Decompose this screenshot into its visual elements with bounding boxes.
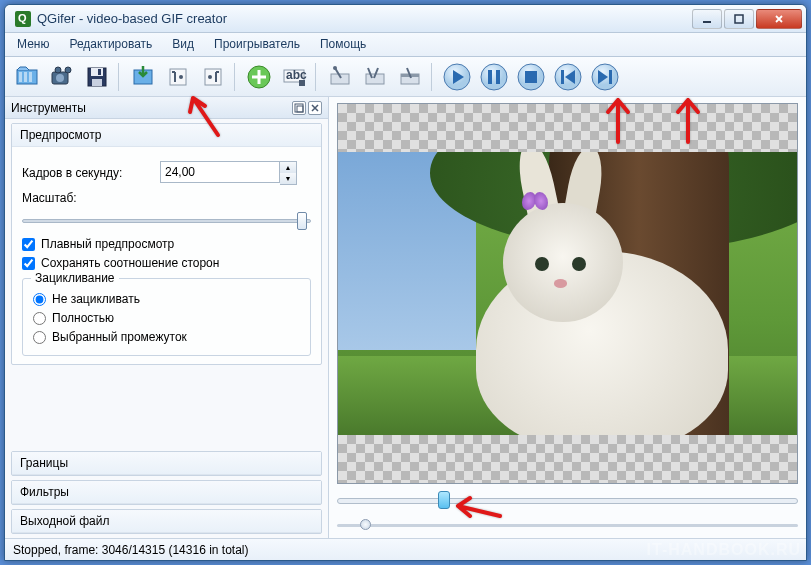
import-button[interactable] [127, 61, 159, 93]
timeline-sliders [337, 490, 798, 534]
fps-label: Кадров в секунду: [22, 166, 152, 180]
smooth-preview-label: Плавный предпросмотр [41, 237, 174, 251]
svg-rect-30 [488, 70, 492, 84]
toolbar: abc [5, 57, 806, 97]
open-project-button[interactable] [11, 61, 43, 93]
panel-float-button[interactable] [292, 101, 306, 115]
menu-item-menu[interactable]: Меню [7, 33, 59, 56]
svg-point-7 [56, 74, 64, 82]
menubar: Меню Редактировать Вид Проигрыватель Пом… [5, 33, 806, 57]
scale-slider[interactable] [22, 211, 311, 231]
loop-range-radio[interactable] [33, 331, 46, 344]
toolbar-sep [431, 63, 435, 91]
svg-rect-0 [703, 21, 711, 23]
output-section: Выходной файл [11, 509, 322, 534]
bounds-section: Границы [11, 451, 322, 476]
svg-point-24 [333, 66, 337, 70]
panel-header: Инструменты [5, 97, 328, 119]
save-button[interactable] [81, 61, 113, 93]
svg-point-29 [481, 64, 507, 90]
loop-full-radio[interactable] [33, 312, 46, 325]
loop-group: Зацикливание Не зацикливать Полностью Вы… [22, 278, 311, 356]
menu-item-view[interactable]: Вид [162, 33, 204, 56]
svg-rect-1 [735, 15, 743, 23]
svg-rect-11 [91, 68, 103, 76]
letterbox-top [338, 104, 797, 152]
loop-none-radio[interactable] [33, 293, 46, 306]
play-button[interactable] [440, 60, 474, 94]
svg-rect-3 [19, 72, 22, 82]
svg-text:abc: abc [286, 68, 307, 82]
keep-aspect-label: Сохранять соотношение сторон [41, 256, 219, 270]
set-start-button[interactable] [162, 61, 194, 93]
preview-section: Предпросмотр Кадров в секунду: ▲▼ Масшта… [11, 123, 322, 365]
output-section-head[interactable]: Выходной файл [12, 510, 321, 533]
bounds-section-head[interactable]: Границы [12, 452, 321, 475]
video-panel [329, 97, 806, 538]
tools-panel: Инструменты Предпросмотр Кадров в секунд… [5, 97, 329, 538]
toolbar-sep [315, 63, 319, 91]
window-controls [692, 9, 802, 29]
toolbar-sep [118, 63, 122, 91]
range-thumb [438, 491, 450, 509]
tool3-button[interactable] [394, 61, 426, 93]
svg-rect-37 [609, 70, 612, 84]
loop-range-label: Выбранный промежуток [52, 330, 187, 344]
filters-section-head[interactable]: Фильтры [12, 481, 321, 504]
menu-item-help[interactable]: Помощь [310, 33, 376, 56]
scale-label: Масштаб: [22, 191, 77, 205]
menu-item-player[interactable]: Проигрыватель [204, 33, 310, 56]
titlebar: QGifer - video-based GIF creator [5, 5, 806, 33]
svg-rect-5 [29, 72, 32, 82]
content-area: Инструменты Предпросмотр Кадров в секунд… [5, 97, 806, 538]
loop-full-label: Полностью [52, 311, 114, 325]
svg-rect-35 [561, 70, 564, 84]
svg-rect-12 [92, 79, 102, 86]
set-end-button[interactable] [197, 61, 229, 93]
loop-group-title: Зацикливание [31, 271, 119, 285]
svg-point-8 [65, 67, 71, 73]
svg-rect-22 [299, 80, 305, 86]
next-frame-button[interactable] [588, 60, 622, 94]
fps-down-button[interactable]: ▼ [280, 173, 296, 184]
minimize-button[interactable] [692, 9, 722, 29]
toolbar-sep [234, 63, 238, 91]
svg-rect-33 [525, 71, 537, 83]
svg-point-18 [208, 75, 212, 79]
video-frame [338, 152, 797, 435]
menu-item-edit[interactable]: Редактировать [59, 33, 162, 56]
close-button[interactable] [756, 9, 802, 29]
add-text-button[interactable]: abc [278, 61, 310, 93]
prev-frame-button[interactable] [551, 60, 585, 94]
svg-point-16 [179, 75, 183, 79]
app-icon [15, 11, 31, 27]
smooth-preview-checkbox[interactable] [22, 238, 35, 251]
tool2-button[interactable] [359, 61, 391, 93]
svg-rect-4 [24, 72, 27, 82]
butterfly-icon [522, 192, 550, 214]
maximize-button[interactable] [724, 9, 754, 29]
svg-rect-31 [496, 70, 500, 84]
panel-title: Инструменты [11, 101, 86, 115]
add-object-button[interactable] [243, 61, 275, 93]
position-dot [360, 519, 371, 530]
tool1-button[interactable] [324, 61, 356, 93]
filters-section: Фильтры [11, 480, 322, 505]
fps-up-button[interactable]: ▲ [280, 162, 296, 173]
svg-point-9 [55, 67, 61, 73]
svg-rect-39 [297, 106, 303, 112]
preview-section-head[interactable]: Предпросмотр [12, 124, 321, 147]
video-preview [337, 103, 798, 484]
status-text: Stopped, frame: 3046/14315 (14316 in tot… [13, 543, 249, 557]
pause-button[interactable] [477, 60, 511, 94]
letterbox-bottom [338, 435, 797, 483]
panel-close-button[interactable] [308, 101, 322, 115]
open-video-button[interactable] [46, 61, 78, 93]
stop-button[interactable] [514, 60, 548, 94]
statusbar: Stopped, frame: 3046/14315 (14316 in tot… [5, 538, 806, 560]
range-slider[interactable] [337, 490, 798, 512]
keep-aspect-checkbox[interactable] [22, 257, 35, 270]
fps-input[interactable] [160, 161, 280, 183]
svg-rect-13 [98, 69, 101, 75]
position-slider[interactable] [337, 516, 798, 534]
